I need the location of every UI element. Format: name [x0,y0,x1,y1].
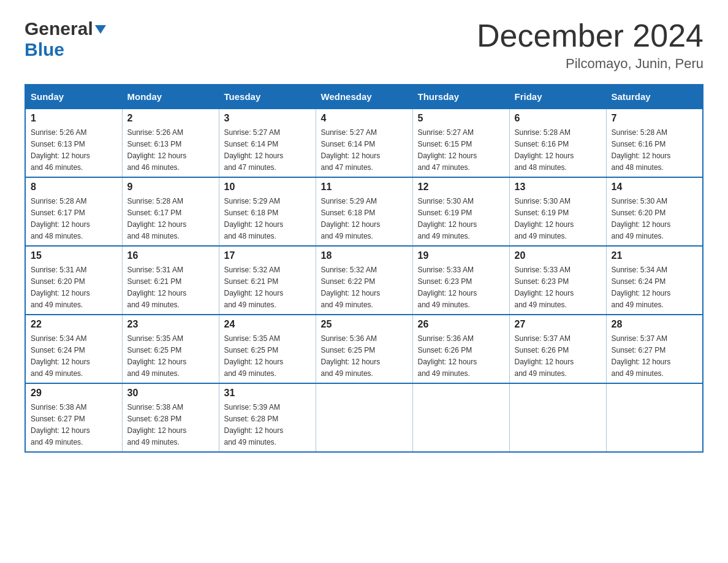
col-friday: Friday [509,85,606,109]
day-info: Sunrise: 5:33 AMSunset: 6:23 PMDaylight:… [515,266,574,309]
day-info: Sunrise: 5:38 AMSunset: 6:27 PMDaylight:… [31,403,90,446]
day-info: Sunrise: 5:36 AMSunset: 6:25 PMDaylight:… [321,334,381,378]
table-row: 9 Sunrise: 5:28 AMSunset: 6:17 PMDayligh… [122,177,219,246]
table-row: 10 Sunrise: 5:29 AMSunset: 6:18 PMDaylig… [219,177,316,246]
day-info: Sunrise: 5:37 AMSunset: 6:27 PMDaylight:… [612,334,671,378]
day-number: 10 [224,182,311,193]
day-number: 27 [515,319,601,330]
table-row: 28 Sunrise: 5:37 AMSunset: 6:27 PMDaylig… [606,315,703,383]
day-number: 3 [224,113,311,124]
day-info: Sunrise: 5:27 AMSunset: 6:15 PMDaylight:… [418,128,477,172]
day-number: 18 [321,250,408,261]
table-row: 30 Sunrise: 5:38 AMSunset: 6:28 PMDaylig… [122,383,219,452]
day-number: 16 [127,250,214,261]
day-info: Sunrise: 5:27 AMSunset: 6:14 PMDaylight:… [321,128,381,172]
col-saturday: Saturday [606,85,703,109]
day-number: 2 [127,113,214,124]
table-row: 23 Sunrise: 5:35 AMSunset: 6:25 PMDaylig… [122,315,219,383]
table-row: 26 Sunrise: 5:36 AMSunset: 6:26 PMDaylig… [412,315,509,383]
day-number: 13 [515,182,601,193]
day-info: Sunrise: 5:28 AMSunset: 6:17 PMDaylight:… [127,197,187,240]
day-number: 12 [418,182,504,193]
page-header: General Blue December 2024 Pilcomayo, Ju… [25,18,703,72]
table-row: 27 Sunrise: 5:37 AMSunset: 6:26 PMDaylig… [509,315,606,383]
table-row: 15 Sunrise: 5:31 AMSunset: 6:20 PMDaylig… [25,246,122,315]
table-row: 12 Sunrise: 5:30 AMSunset: 6:19 PMDaylig… [412,177,509,246]
day-number: 31 [224,388,311,399]
day-number: 4 [321,113,408,124]
table-row: 19 Sunrise: 5:33 AMSunset: 6:23 PMDaylig… [412,246,509,315]
logo-arrow-icon [95,25,106,34]
day-info: Sunrise: 5:33 AMSunset: 6:23 PMDaylight:… [418,266,477,309]
col-monday: Monday [122,85,219,109]
col-sunday: Sunday [25,85,122,109]
day-info: Sunrise: 5:35 AMSunset: 6:25 PMDaylight:… [224,334,284,378]
day-number: 7 [612,113,698,124]
table-row: 25 Sunrise: 5:36 AMSunset: 6:25 PMDaylig… [316,315,412,383]
day-number: 17 [224,250,311,261]
day-number: 24 [224,319,311,330]
day-number: 1 [31,113,117,124]
col-thursday: Thursday [412,85,509,109]
day-number: 30 [127,388,214,399]
table-row: 6 Sunrise: 5:28 AMSunset: 6:16 PMDayligh… [509,109,606,177]
table-row: 8 Sunrise: 5:28 AMSunset: 6:17 PMDayligh… [25,177,122,246]
day-number: 14 [612,182,698,193]
calendar-header: Sunday Monday Tuesday Wednesday Thursday… [25,85,703,109]
day-number: 20 [515,250,601,261]
day-info: Sunrise: 5:28 AMSunset: 6:16 PMDaylight:… [515,128,574,172]
location: Pilcomayo, Junin, Peru [477,56,703,72]
table-row [412,383,509,452]
table-row: 4 Sunrise: 5:27 AMSunset: 6:14 PMDayligh… [316,109,412,177]
table-row [316,383,412,452]
day-info: Sunrise: 5:36 AMSunset: 6:26 PMDaylight:… [418,334,477,378]
table-row: 5 Sunrise: 5:27 AMSunset: 6:15 PMDayligh… [412,109,509,177]
table-row: 22 Sunrise: 5:34 AMSunset: 6:24 PMDaylig… [25,315,122,383]
table-row: 2 Sunrise: 5:26 AMSunset: 6:13 PMDayligh… [122,109,219,177]
table-row: 13 Sunrise: 5:30 AMSunset: 6:19 PMDaylig… [509,177,606,246]
table-row: 16 Sunrise: 5:31 AMSunset: 6:21 PMDaylig… [122,246,219,315]
table-row: 11 Sunrise: 5:29 AMSunset: 6:18 PMDaylig… [316,177,412,246]
day-number: 29 [31,388,117,399]
table-row: 21 Sunrise: 5:34 AMSunset: 6:24 PMDaylig… [606,246,703,315]
month-title: December 2024 [477,18,703,53]
calendar-body: 1 Sunrise: 5:26 AMSunset: 6:13 PMDayligh… [25,109,703,452]
logo-general-text: General [25,18,93,39]
day-number: 23 [127,319,214,330]
table-row [509,383,606,452]
col-wednesday: Wednesday [316,85,412,109]
day-info: Sunrise: 5:30 AMSunset: 6:19 PMDaylight:… [515,197,574,240]
day-info: Sunrise: 5:34 AMSunset: 6:24 PMDaylight:… [31,334,90,378]
title-section: December 2024 Pilcomayo, Junin, Peru [477,18,703,72]
table-row: 31 Sunrise: 5:39 AMSunset: 6:28 PMDaylig… [219,383,316,452]
day-info: Sunrise: 5:26 AMSunset: 6:13 PMDaylight:… [127,128,187,172]
day-number: 5 [418,113,504,124]
day-number: 9 [127,182,214,193]
calendar-table: Sunday Monday Tuesday Wednesday Thursday… [25,84,703,453]
day-info: Sunrise: 5:28 AMSunset: 6:17 PMDaylight:… [31,197,90,240]
day-number: 25 [321,319,408,330]
day-info: Sunrise: 5:34 AMSunset: 6:24 PMDaylight:… [612,266,671,309]
table-row [606,383,703,452]
day-info: Sunrise: 5:30 AMSunset: 6:19 PMDaylight:… [418,197,477,240]
table-row: 24 Sunrise: 5:35 AMSunset: 6:25 PMDaylig… [219,315,316,383]
day-number: 21 [612,250,698,261]
day-number: 11 [321,182,408,193]
day-info: Sunrise: 5:35 AMSunset: 6:25 PMDaylight:… [127,334,187,378]
table-row: 29 Sunrise: 5:38 AMSunset: 6:27 PMDaylig… [25,383,122,452]
day-number: 15 [31,250,117,261]
table-row: 20 Sunrise: 5:33 AMSunset: 6:23 PMDaylig… [509,246,606,315]
logo-blue-text: Blue [25,39,64,60]
day-info: Sunrise: 5:32 AMSunset: 6:21 PMDaylight:… [224,266,284,309]
day-number: 8 [31,182,117,193]
table-row: 7 Sunrise: 5:28 AMSunset: 6:16 PMDayligh… [606,109,703,177]
table-row: 3 Sunrise: 5:27 AMSunset: 6:14 PMDayligh… [219,109,316,177]
day-number: 28 [612,319,698,330]
day-info: Sunrise: 5:28 AMSunset: 6:16 PMDaylight:… [612,128,671,172]
table-row: 17 Sunrise: 5:32 AMSunset: 6:21 PMDaylig… [219,246,316,315]
table-row: 14 Sunrise: 5:30 AMSunset: 6:20 PMDaylig… [606,177,703,246]
day-info: Sunrise: 5:26 AMSunset: 6:13 PMDaylight:… [31,128,90,172]
table-row: 1 Sunrise: 5:26 AMSunset: 6:13 PMDayligh… [25,109,122,177]
day-info: Sunrise: 5:27 AMSunset: 6:14 PMDaylight:… [224,128,284,172]
col-tuesday: Tuesday [219,85,316,109]
